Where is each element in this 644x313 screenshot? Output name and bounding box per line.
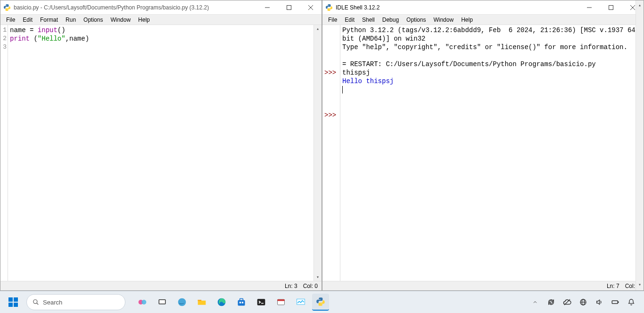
- shell-restart-line: = RESTART: C:/Users/Laysoft/Documents/Py…: [342, 60, 596, 68]
- menu-help[interactable]: Help: [457, 16, 477, 24]
- code-token: =: [30, 26, 38, 34]
- line-number-gutter: 1 2 3: [0, 25, 8, 281]
- taskbar-app-copilot[interactable]: [134, 294, 151, 311]
- shell-menubar: File Edit Shell Debug Options Window Hel…: [322, 15, 644, 25]
- vertical-scrollbar[interactable]: ▴ ▾: [314, 25, 322, 281]
- menu-options[interactable]: Options: [80, 16, 107, 24]
- taskbar-app-store[interactable]: [233, 294, 250, 311]
- svg-rect-35: [618, 302, 619, 303]
- windows-logo-icon: [8, 297, 18, 307]
- maximize-button[interactable]: [600, 0, 622, 14]
- code-token: print: [10, 35, 33, 42]
- svg-rect-28: [278, 299, 285, 301]
- code-text-area[interactable]: name = input() print ("Hello",name): [8, 25, 322, 281]
- editor-title-text: basicio.py - C:/Users/Laysoft/Documents/…: [14, 4, 256, 11]
- svg-rect-23: [239, 302, 241, 303]
- tray-language-icon[interactable]: [578, 297, 588, 307]
- tray-sync-icon[interactable]: [546, 297, 556, 307]
- shell-title-text: IDLE Shell 3.12.2: [336, 4, 578, 11]
- menu-edit[interactable]: Edit: [341, 16, 358, 24]
- shell-stdout: Hello thispsj: [342, 77, 394, 85]
- shell-banner: Python 3.12.2 (tags/v3.12.2:6abddd9, Feb…: [342, 26, 639, 42]
- tray-chevron-up-icon[interactable]: [530, 297, 540, 307]
- search-placeholder: Search: [43, 299, 62, 306]
- close-button[interactable]: [300, 0, 322, 14]
- svg-rect-24: [242, 302, 243, 303]
- taskbar-app-edge2[interactable]: [213, 294, 230, 311]
- tray-cloud-icon[interactable]: [562, 297, 572, 307]
- menu-window[interactable]: Window: [107, 16, 134, 24]
- taskbar-app-taskview[interactable]: [154, 294, 171, 311]
- svg-rect-3: [287, 5, 291, 9]
- shell-statusbar: Ln: 7 Col: 0: [322, 281, 644, 290]
- status-line: Ln: 3: [285, 283, 297, 289]
- taskbar-app-generic[interactable]: [272, 294, 289, 311]
- tray-battery-icon[interactable]: [610, 297, 620, 307]
- shell-prompt: >>>: [324, 68, 339, 77]
- minimize-button[interactable]: [256, 0, 278, 14]
- svg-point-12: [33, 300, 37, 304]
- code-token: ,name): [66, 35, 89, 42]
- taskbar-app-monitor[interactable]: [292, 294, 309, 311]
- svg-point-0: [6, 5, 6, 5]
- menu-edit[interactable]: Edit: [19, 16, 36, 24]
- svg-rect-34: [612, 301, 618, 304]
- svg-rect-22: [240, 299, 243, 301]
- system-tray: [530, 297, 639, 307]
- menu-window[interactable]: Window: [429, 16, 457, 24]
- taskbar-app-terminal[interactable]: [253, 294, 270, 311]
- menu-file[interactable]: File: [2, 16, 19, 24]
- editor-menubar: File Edit Format Run Options Window Help: [0, 15, 322, 25]
- menu-format[interactable]: Format: [36, 16, 62, 24]
- code-token: input: [38, 26, 58, 34]
- shell-user-input: thispsj: [342, 69, 370, 76]
- taskbar-app-edge[interactable]: [173, 294, 190, 311]
- menu-help[interactable]: Help: [134, 16, 154, 24]
- menu-options[interactable]: Options: [403, 16, 429, 24]
- python-icon: [3, 4, 11, 11]
- svg-rect-17: [159, 300, 165, 304]
- taskbar-app-explorer[interactable]: [193, 294, 210, 311]
- svg-point-1: [8, 10, 8, 10]
- tray-volume-icon[interactable]: [594, 297, 604, 307]
- text-cursor: [342, 86, 343, 93]
- menu-run[interactable]: Run: [62, 16, 80, 24]
- scroll-down-icon[interactable]: ▾: [316, 274, 319, 280]
- svg-point-7: [330, 10, 330, 10]
- svg-point-15: [141, 300, 146, 305]
- menu-shell[interactable]: Shell: [358, 16, 379, 24]
- line-number: 3: [0, 43, 7, 51]
- code-token: name: [10, 26, 30, 34]
- maximize-button[interactable]: [278, 0, 300, 14]
- taskbar-search[interactable]: Search: [26, 294, 125, 310]
- svg-point-6: [328, 5, 328, 5]
- start-button[interactable]: [5, 294, 22, 311]
- editor-titlebar[interactable]: basicio.py - C:/Users/Laysoft/Documents/…: [0, 0, 322, 15]
- python-icon: [325, 4, 333, 11]
- shell-titlebar[interactable]: IDLE Shell 3.12.2: [322, 0, 644, 15]
- shell-prompt: >>>: [324, 111, 339, 119]
- idle-editor-window: basicio.py - C:/Users/Laysoft/Documents/…: [0, 0, 322, 291]
- tray-notification-icon[interactable]: [626, 297, 636, 307]
- code-token: "Hello": [38, 35, 66, 42]
- svg-point-18: [178, 298, 186, 306]
- shell-window-controls: [578, 0, 644, 14]
- editor-window-controls: [256, 0, 322, 14]
- svg-rect-25: [257, 299, 265, 305]
- editor-body: 1 2 3 name = input() print ("Hello",name…: [0, 25, 322, 281]
- status-col: Col: 0: [303, 283, 318, 289]
- code-token: (: [33, 35, 37, 42]
- svg-line-13: [37, 303, 39, 305]
- menu-debug[interactable]: Debug: [379, 16, 403, 24]
- menu-file[interactable]: File: [324, 16, 341, 24]
- minimize-button[interactable]: [578, 0, 600, 14]
- vertical-scrollbar[interactable]: ▴ ▾: [636, 25, 644, 281]
- shell-banner: Type "help", "copyright", "credits" or "…: [342, 43, 627, 51]
- taskbar-app-idle[interactable]: [312, 294, 329, 311]
- line-number: 2: [0, 34, 7, 43]
- svg-rect-19: [198, 300, 202, 301]
- scroll-up-icon[interactable]: ▴: [316, 26, 319, 32]
- shell-text-area[interactable]: Python 3.12.2 (tags/v3.12.2:6abddd9, Feb…: [340, 25, 644, 281]
- shell-body: >>> >>> Python 3.12.2 (tags/v3.12.2:6abd…: [322, 25, 644, 281]
- code-token: (): [58, 26, 66, 34]
